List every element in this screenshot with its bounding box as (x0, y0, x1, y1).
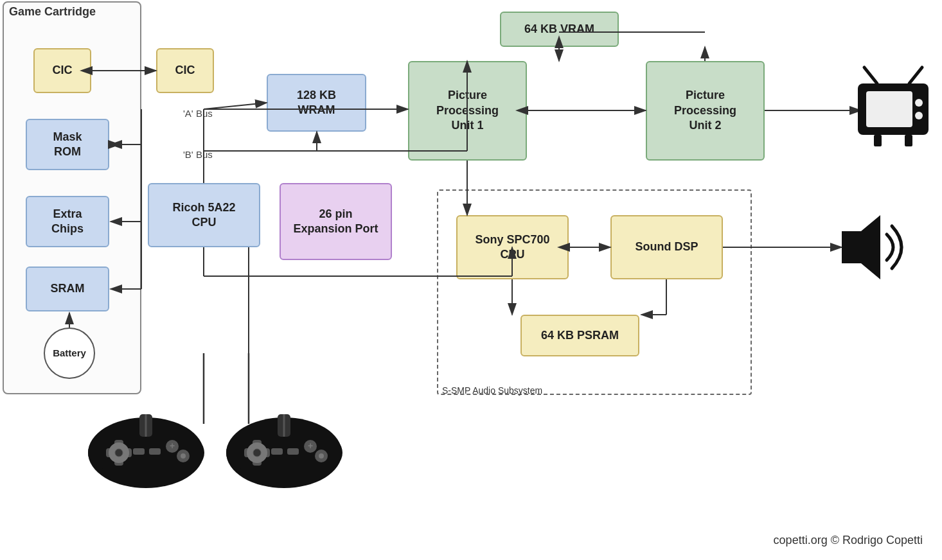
audio-subsystem-label: S-SMP Audio Subsystem (442, 385, 542, 396)
svg-marker-45 (842, 215, 880, 279)
svg-line-37 (864, 67, 877, 83)
svg-rect-57 (149, 448, 161, 455)
sony-cpu-box: Sony SPC700 CPU (456, 215, 569, 279)
ppu2-box: Picture Processing Unit 2 (646, 61, 765, 161)
expansion-port-box: 26 pin Expansion Port (280, 183, 392, 260)
svg-point-51 (115, 449, 123, 457)
svg-rect-70 (271, 448, 283, 455)
sony-cpu-label: Sony SPC700 CPU (475, 232, 549, 263)
extra-chips-label: Extra Chips (51, 207, 84, 237)
svg-point-41 (915, 99, 923, 107)
battery-box: Battery (44, 328, 95, 379)
sound-dsp-label: Sound DSP (635, 240, 698, 254)
svg-rect-44 (905, 135, 912, 146)
mask-rom-box: Mask ROM (26, 119, 109, 170)
battery-label: Battery (53, 347, 86, 360)
sram-box: SRAM (26, 267, 109, 311)
cpu-label: Ricoh 5A22 CPU (172, 200, 235, 231)
vram-label: 64 KB VRAM (524, 22, 594, 37)
mask-rom-label: Mask ROM (53, 130, 82, 160)
svg-text:+: + (170, 441, 175, 451)
cic-cartridge-label: CIC (53, 63, 73, 78)
speaker-icon (835, 212, 919, 283)
svg-line-38 (909, 67, 922, 83)
copyright-text: copetti.org © Rodrigo Copetti (774, 534, 923, 547)
svg-point-65 (253, 449, 261, 457)
b-bus-label: 'B' Bus (183, 149, 213, 160)
vram-box: 64 KB VRAM (500, 12, 619, 47)
cartridge-label: Game Cartridge (9, 5, 96, 19)
sound-dsp-box: Sound DSP (610, 215, 723, 279)
svg-text:+: + (308, 441, 313, 451)
extra-chips-box: Extra Chips (26, 196, 109, 247)
psram-box: 64 KB PSRAM (520, 315, 639, 356)
cic-main-box: CIC (156, 48, 214, 93)
svg-point-55 (181, 453, 186, 459)
ppu2-label: Picture Processing Unit 2 (674, 88, 736, 133)
wram-box: 128 KB WRAM (267, 74, 366, 132)
svg-line-3 (204, 103, 267, 109)
svg-point-42 (915, 112, 923, 119)
svg-rect-43 (874, 135, 882, 146)
svg-rect-56 (133, 448, 145, 455)
ppu1-box: Picture Processing Unit 1 (408, 61, 527, 161)
svg-rect-71 (287, 448, 299, 455)
ppu1-label: Picture Processing Unit 1 (436, 88, 499, 133)
a-bus-label: 'A' Bus (183, 108, 213, 119)
psram-label: 64 KB PSRAM (541, 328, 619, 343)
gamepad2-icon: + (222, 411, 347, 494)
cic-cartridge-box: CIC (33, 48, 91, 93)
cic-main-label: CIC (175, 63, 195, 78)
svg-point-69 (319, 453, 324, 459)
tv-icon (855, 64, 932, 148)
svg-rect-40 (866, 91, 912, 127)
wram-label: 128 KB WRAM (297, 88, 336, 118)
sram-label: SRAM (51, 281, 85, 296)
cpu-box: Ricoh 5A22 CPU (148, 183, 260, 247)
gamepad1-icon: + (84, 411, 209, 494)
expansion-port-label: 26 pin Expansion Port (293, 207, 378, 237)
